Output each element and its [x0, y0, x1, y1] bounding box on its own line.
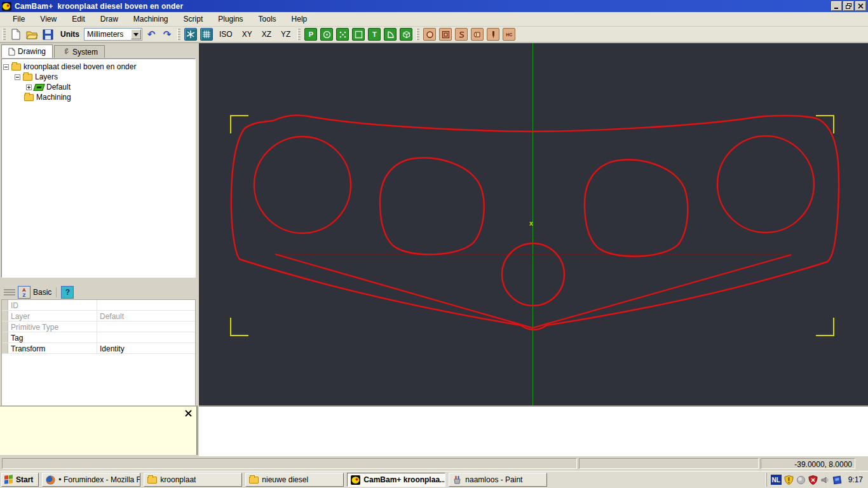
drawing-canvas[interactable]: x — [199, 43, 868, 405]
redo-button[interactable]: ↷ — [160, 27, 174, 41]
minimize-button[interactable] — [831, 1, 842, 11]
view-xz-button[interactable]: XZ — [258, 28, 275, 41]
new-file-button[interactable] — [9, 27, 23, 41]
tab-drawing[interactable]: Drawing — [1, 44, 53, 58]
property-toolbar: A Z Basic ? — [1, 285, 196, 299]
tree-node-root[interactable]: kroonplaat diesel boven en onder — [3, 62, 194, 72]
grid-icon — [202, 30, 211, 39]
menu-tools[interactable]: Tools — [251, 13, 284, 25]
menu-machining[interactable]: Machining — [126, 13, 176, 25]
circle-icon — [323, 30, 331, 39]
right-fork-hole[interactable] — [717, 136, 814, 233]
machine-engrave-button[interactable] — [455, 28, 468, 41]
property-value[interactable] — [97, 332, 195, 342]
machine-drill-button[interactable] — [423, 28, 436, 41]
property-row-transform[interactable]: Transform Identity — [2, 343, 195, 354]
menu-file[interactable]: File — [5, 13, 32, 25]
tray-app-icon[interactable] — [832, 475, 842, 485]
machine-lathe-button[interactable] — [471, 28, 484, 41]
task-paint[interactable]: naamloos - Paint — [449, 473, 547, 487]
volume-icon[interactable] — [820, 475, 830, 485]
updates-icon[interactable] — [796, 475, 806, 485]
menu-draw[interactable]: Draw — [93, 13, 126, 25]
draw-rectangle-button[interactable] — [352, 28, 365, 41]
draw-circle-button[interactable] — [320, 28, 333, 41]
menu-script[interactable]: Script — [176, 13, 211, 25]
dropdown-arrow-button[interactable] — [131, 29, 141, 39]
view-xy-button[interactable]: XY — [238, 28, 256, 41]
property-row-id[interactable]: ID — [2, 300, 195, 311]
task-label: nieuwe diesel — [262, 475, 308, 484]
property-value[interactable] — [97, 322, 195, 332]
toolbar-grip[interactable] — [177, 29, 180, 40]
machine-pocket-button[interactable] — [439, 28, 452, 41]
expand-icon[interactable] — [26, 85, 32, 90]
task-cambam[interactable]: CamBam+ kroonplaa... — [347, 473, 445, 487]
task-nieuwe-diesel-folder[interactable]: nieuwe diesel — [245, 473, 344, 487]
task-label: kroonplaat — [160, 475, 196, 484]
tree-machining-label: Machining — [36, 93, 71, 102]
restore-button[interactable] — [843, 1, 854, 11]
view-yz-button[interactable]: YZ — [277, 28, 294, 41]
task-label: naamloos - Paint — [465, 475, 522, 484]
task-firefox[interactable]: • Forumindex - Mozilla Fir... — [42, 473, 140, 487]
left-fork-hole[interactable] — [254, 137, 351, 233]
alphabetical-sort-button[interactable]: A Z — [18, 286, 31, 299]
draw-arc-button[interactable] — [384, 28, 397, 41]
title-bar: CamBam+ kroonplaat diesel boven en onder — [0, 0, 868, 12]
security-alert-icon[interactable] — [808, 475, 818, 485]
menu-bar: File View Edit Draw Machining Script Plu… — [0, 12, 868, 27]
show-grid-toggle[interactable] — [200, 28, 213, 41]
machine-hc-button[interactable]: HC — [503, 28, 515, 41]
menu-view[interactable]: View — [32, 13, 64, 25]
draw-points-button[interactable] — [336, 28, 349, 41]
tree-layers-label: Layers — [35, 72, 58, 81]
property-row-layer[interactable]: Layer Default — [2, 311, 195, 322]
right-inner-hole[interactable] — [585, 159, 688, 256]
language-indicator[interactable]: NL — [771, 475, 782, 485]
rectangle-icon — [355, 30, 363, 39]
draw-polyline-button[interactable]: P — [304, 28, 317, 41]
tree-node-machining[interactable]: Machining — [3, 92, 194, 102]
status-message-panel — [2, 458, 577, 469]
tree-node-default-layer[interactable]: Default — [3, 82, 194, 92]
left-inner-hole[interactable] — [380, 158, 484, 254]
security-warning-icon[interactable] — [784, 475, 794, 485]
view-iso-button[interactable]: ISO — [215, 28, 236, 41]
start-button[interactable]: Start — [1, 473, 39, 487]
crown-plate-outline[interactable] — [231, 115, 839, 330]
property-value[interactable] — [97, 300, 195, 310]
menu-edit[interactable]: Edit — [64, 13, 93, 25]
toolbar-grip[interactable] — [416, 29, 419, 40]
chevron-down-icon — [133, 33, 139, 36]
save-button[interactable] — [41, 27, 55, 41]
show-axes-toggle[interactable] — [184, 28, 197, 41]
close-panel-button[interactable] — [184, 409, 193, 417]
canvas-lower-margin — [199, 405, 868, 456]
tray-clock[interactable]: 9:17 — [848, 475, 863, 484]
property-value[interactable]: Default — [97, 311, 195, 321]
drill-circle-icon — [426, 30, 434, 39]
toolbar-grip[interactable] — [3, 29, 6, 40]
undo-button[interactable]: ↶ — [144, 27, 158, 41]
categorized-view-button[interactable] — [4, 287, 15, 298]
menu-plugins[interactable]: Plugins — [210, 13, 250, 25]
draw-text-button[interactable]: T — [368, 28, 381, 41]
property-row-tag[interactable]: Tag — [2, 332, 195, 343]
property-help-button[interactable]: ? — [61, 286, 74, 299]
menu-help[interactable]: Help — [284, 13, 315, 25]
close-button[interactable] — [855, 1, 866, 11]
machine-drillbit-button[interactable] — [487, 28, 499, 41]
property-value[interactable]: Identity — [97, 343, 195, 353]
units-dropdown[interactable]: Millimeters — [84, 28, 142, 41]
open-file-button[interactable] — [25, 27, 39, 41]
tab-system[interactable]: System — [54, 45, 105, 58]
tree-node-layers[interactable]: Layers — [3, 72, 194, 82]
draw-surface-button[interactable] — [400, 28, 412, 41]
toolbar-grip[interactable] — [297, 29, 301, 40]
window-title: CamBam+ kroonplaat diesel boven en onder — [15, 2, 183, 11]
task-kroonplaat-folder[interactable]: kroonplaat — [144, 473, 242, 487]
collapse-icon[interactable] — [15, 74, 20, 80]
collapse-icon[interactable] — [3, 64, 9, 70]
property-row-primitive-type[interactable]: Primitive Type — [2, 322, 195, 332]
